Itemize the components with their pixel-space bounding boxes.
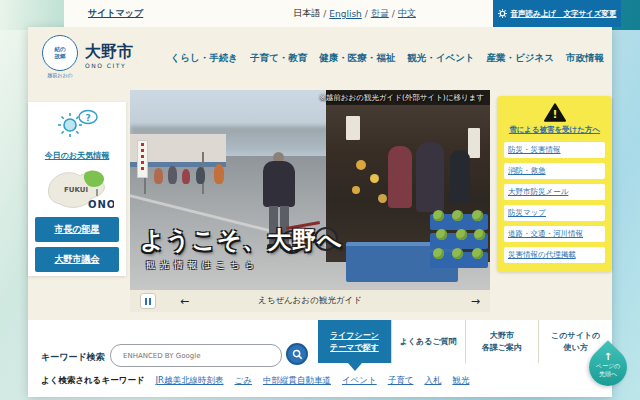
page-top-button[interactable]: ↑ ページの先頭へ	[589, 348, 627, 386]
shop-goods	[370, 174, 379, 183]
nav-shisei[interactable]: 市政情報	[566, 52, 604, 65]
accessibility-label: 音声読み上げ 文字サイズ変更	[511, 9, 617, 19]
nav-kenko[interactable]: 健康・医療・福祉	[319, 52, 395, 65]
keyword-kosodate[interactable]: 子育て	[388, 375, 414, 387]
page-sheet: 結の 故郷 越前おおの 大野市 ONO CITY くらし・手続き 子育て・教育 …	[28, 27, 612, 397]
nav-kosodate[interactable]: 子育て・教育	[250, 52, 307, 65]
global-nav: くらし・手続き 子育て・教育 健康・医療・福祉 観光・イベント 産業・ビジネス …	[171, 27, 604, 90]
pedestrian	[214, 164, 224, 184]
sitemap-link[interactable]: サイトマップ	[88, 7, 143, 20]
lang-chinese[interactable]: 中文	[398, 7, 416, 20]
top-utility-bar: サイトマップ 日本語 / English / 한글 / 中文	[64, 0, 493, 27]
warning-icon: !	[544, 103, 566, 122]
city-name-en: ONO CITY	[85, 62, 133, 69]
keyword-jr-timetable[interactable]: JR越美北線時刻表	[156, 375, 224, 387]
quick-tabs: ライフシーンテーマで探す よくあるご質問 大野市各課ご案内 このサイトの使い方	[318, 320, 612, 363]
shop-sign	[468, 128, 480, 158]
snow-damage-link[interactable]: 雪による被害を受けた方へ	[504, 125, 605, 135]
bottom-section: キーワード検索 ライフシーンテーマで探す よくあるご質問 大野市各課ご案内 この…	[28, 320, 612, 397]
emergency-panel: ! 雪による被害を受けた方へ 防災・災害情報 消防・救急 大野市防災メール 防災…	[497, 96, 612, 272]
lang-separator: /	[392, 9, 395, 19]
city-name: 大野市	[85, 44, 133, 60]
pause-button[interactable]	[140, 293, 156, 309]
search-icon	[292, 349, 303, 360]
keyword-event[interactable]: イベント	[342, 375, 377, 387]
keyword-gomi[interactable]: ごみ	[235, 375, 252, 387]
up-arrow-icon: ↑	[589, 352, 627, 362]
map-region-label: FUKUI	[64, 186, 88, 194]
emblem-caption: 越前おおの	[42, 72, 78, 78]
weather-link[interactable]: 今日のお天気情報	[45, 150, 109, 161]
shop-sign	[346, 116, 360, 140]
search-field-wrap	[110, 344, 282, 367]
keyword-nyusatsu[interactable]: 入札	[424, 375, 441, 387]
emblem-text: 結の	[54, 46, 65, 53]
tab-life-scene[interactable]: ライフシーンテーマで探す	[318, 320, 391, 363]
pedestrian	[196, 167, 205, 184]
hero-title: ようこそ、大野へ	[140, 224, 343, 256]
search-input[interactable]	[121, 351, 275, 361]
lang-separator: /	[365, 9, 368, 19]
language-switcher: 日本語 / English / 한글 / 中文	[293, 7, 416, 20]
search-button[interactable]	[286, 343, 308, 365]
city-emblem-icon: 結の 故郷 越前おおの	[42, 35, 78, 78]
carousel-prev-button[interactable]: ←	[180, 295, 189, 308]
lang-korean[interactable]: 한글	[371, 7, 389, 20]
carousel-controls: えちぜんおおの観光ガイド ← →	[130, 290, 490, 312]
lang-separator: /	[323, 9, 326, 19]
svg-text:!: !	[552, 108, 557, 121]
man-with-bicycle	[262, 152, 296, 278]
lang-english[interactable]: English	[329, 9, 362, 19]
left-sidebar: ? 今日のお天気情報 FUKUI ONO 市長の部屋 大野市議会	[28, 102, 126, 276]
pedestrian	[154, 168, 163, 184]
emergency-link-mail[interactable]: 大野市防災メール	[504, 184, 605, 200]
emergency-link-proxy[interactable]: 災害情報の代理掲載	[504, 247, 605, 263]
lang-japanese[interactable]: 日本語	[293, 7, 320, 20]
keyword-expressway[interactable]: 中部縦貫自動車道	[263, 375, 331, 387]
search-label: キーワード検索	[41, 351, 105, 364]
carousel-next-button[interactable]: →	[471, 295, 480, 308]
keyword-kanko[interactable]: 観光	[452, 375, 469, 387]
emblem-text: 故郷	[55, 53, 66, 60]
shop-goods	[356, 160, 366, 170]
pause-icon	[149, 298, 151, 305]
page-top-label: ページの先頭へ	[589, 362, 627, 378]
accessibility-button[interactable]: 音声読み上げ 文字サイズ変更	[493, 0, 621, 27]
main-area: ? 今日のお天気情報 FUKUI ONO 市長の部屋 大野市議会	[28, 90, 612, 320]
vegetable-crates	[430, 214, 488, 271]
street-banner	[137, 140, 148, 178]
hero-carousel-slide[interactable]: ※越前おおの観光ガイド(外部サイト)に移ります ようこそ、大野へ 観光情報はこち…	[130, 90, 490, 290]
shop-goods	[352, 186, 360, 194]
site-header: 結の 故郷 越前おおの 大野市 ONO CITY くらし・手続き 子育て・教育 …	[28, 27, 612, 90]
shop-goods	[378, 194, 387, 203]
map-city-label: ONO	[88, 199, 114, 210]
pedestrian	[182, 169, 190, 184]
pause-icon	[145, 298, 147, 305]
shopper	[388, 146, 412, 208]
emergency-link-road[interactable]: 道路・交通・河川情報	[504, 226, 605, 242]
keywords-label: よく検索されるキーワード	[41, 375, 145, 387]
nav-sangyo[interactable]: 産業・ビジネス	[487, 52, 554, 65]
emergency-link-bosai[interactable]: 防災・災害情報	[504, 142, 605, 158]
emergency-link-map[interactable]: 防災マップ	[504, 205, 605, 221]
tab-faq[interactable]: よくあるご質問	[391, 320, 465, 363]
city-council-button[interactable]: 大野市議会	[35, 247, 119, 272]
tab-departments[interactable]: 大野市各課ご案内	[465, 320, 539, 363]
shopper	[450, 150, 470, 204]
hero-subtitle: 観光情報はこちら	[146, 259, 259, 272]
svg-text:?: ?	[85, 113, 90, 123]
weather-icon: ?	[55, 107, 99, 139]
pedestrian	[168, 166, 177, 184]
mayor-room-button[interactable]: 市長の部屋	[35, 217, 119, 242]
city-logo[interactable]: 結の 故郷 越前おおの 大野市 ONO CITY	[42, 35, 133, 78]
popular-keywords: よく検索されるキーワード JR越美北線時刻表 ごみ 中部縦貫自動車道 イベント …	[41, 375, 469, 387]
hero-external-note: ※越前おおの観光ガイド(外部サイト)に移ります	[320, 93, 484, 103]
active-tab-pointer	[348, 363, 362, 371]
shopper	[416, 142, 444, 212]
gear-icon	[498, 9, 507, 18]
nav-kanko[interactable]: 観光・イベント	[407, 52, 474, 65]
nav-kurashi[interactable]: くらし・手続き	[171, 52, 238, 65]
fukui-map: FUKUI ONO	[40, 164, 114, 214]
emergency-link-shobo[interactable]: 消防・救急	[504, 163, 605, 179]
